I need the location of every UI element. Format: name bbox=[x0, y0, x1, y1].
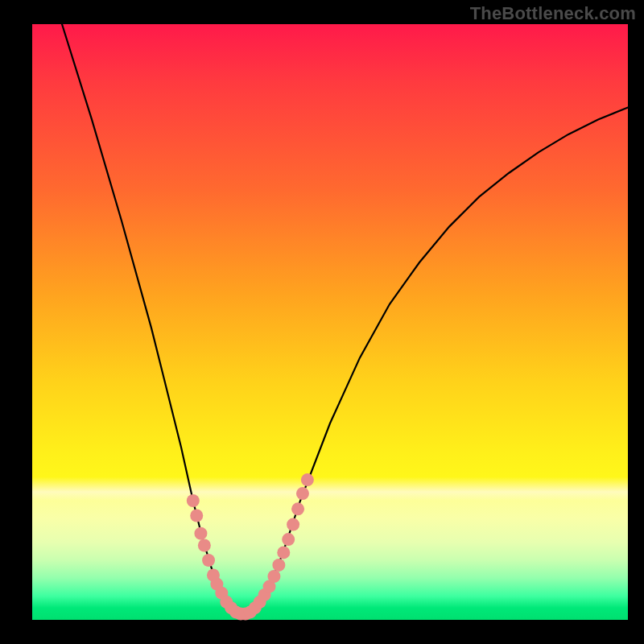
salmon-dot bbox=[277, 546, 290, 559]
salmon-dots-group bbox=[187, 473, 314, 621]
salmon-dot bbox=[291, 502, 304, 515]
salmon-dot bbox=[198, 539, 211, 552]
salmon-dot bbox=[272, 559, 285, 572]
salmon-dot bbox=[267, 570, 280, 583]
bottleneck-curve bbox=[62, 24, 628, 614]
plot-area bbox=[32, 24, 628, 620]
salmon-dot bbox=[194, 527, 207, 540]
salmon-dot bbox=[287, 518, 299, 531]
chart-frame: TheBottleneck.com bbox=[0, 0, 644, 644]
salmon-dot bbox=[190, 510, 203, 522]
salmon-dot bbox=[187, 494, 200, 507]
curve-layer bbox=[32, 24, 628, 620]
salmon-dot bbox=[282, 533, 295, 546]
watermark-text: TheBottleneck.com bbox=[470, 3, 636, 24]
salmon-dot bbox=[301, 473, 314, 486]
salmon-dot bbox=[202, 554, 215, 567]
salmon-dot bbox=[296, 487, 309, 500]
